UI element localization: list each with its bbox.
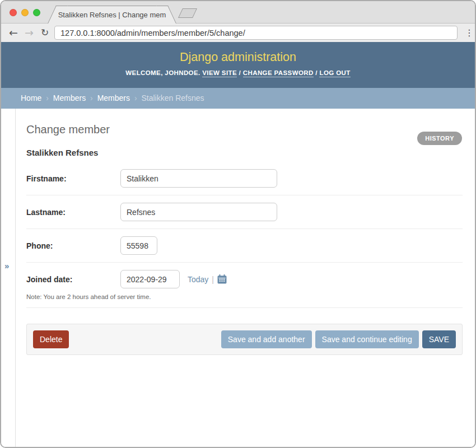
breadcrumb-separator: › (132, 94, 139, 102)
history-button[interactable]: HISTORY (417, 132, 462, 145)
browser-toolbar: ← → ↻ ⋮ (1, 24, 475, 42)
phone-input[interactable] (120, 236, 157, 255)
minimize-window-button[interactable] (21, 9, 29, 16)
breadcrumb-current: Stalikken Refsnes (141, 94, 204, 102)
reload-icon[interactable]: ↻ (38, 24, 52, 42)
breadcrumb-members-model-link[interactable]: Members (97, 94, 130, 102)
change-form: Firstname: Lastname: Phone: (26, 162, 463, 355)
lastname-label: Lastname: (26, 208, 120, 217)
save-continue-button[interactable]: Save and continue editing (315, 330, 419, 348)
delete-button[interactable]: Delete (33, 330, 69, 348)
firstname-input[interactable] (120, 169, 277, 188)
save-add-another-button[interactable]: Save and add another (221, 330, 312, 348)
browser-window: Stalikken Refsnes | Change mem ← → ↻ ⋮ D… (0, 0, 476, 448)
firstname-label: Firstname: (26, 174, 120, 183)
close-window-button[interactable] (10, 9, 17, 16)
sidebar-toggle-icon[interactable]: » (4, 261, 9, 270)
browser-tab[interactable]: Stalikken Refsnes | Change mem (57, 6, 167, 24)
save-button[interactable]: SAVE (422, 330, 456, 348)
breadcrumb: Home › Members › Members › Stalikken Ref… (1, 88, 475, 109)
breadcrumb-home-link[interactable]: Home (21, 94, 41, 102)
breadcrumb-separator: › (44, 94, 51, 102)
view-site-link[interactable]: VIEW SITE (202, 69, 237, 77)
breadcrumb-separator: › (88, 94, 95, 102)
back-icon[interactable]: ← (7, 24, 20, 42)
site-header: Django administration WELCOME, JOHNDOE. … (1, 42, 475, 88)
site-title-link[interactable]: Django administration (180, 42, 296, 64)
username: JOHNDOE (165, 69, 198, 76)
timezone-note: Note: You are 2 hours ahead of server ti… (26, 293, 463, 300)
form-row-lastname: Lastname: (26, 195, 463, 229)
new-tab-button[interactable] (178, 8, 197, 18)
window-controls (10, 9, 40, 16)
log-out-link[interactable]: LOG OUT (319, 69, 350, 77)
page-title: Change member (26, 123, 463, 136)
lastname-input[interactable] (120, 203, 277, 221)
browser-menu-icon[interactable]: ⋮ (463, 24, 476, 42)
address-bar-input[interactable] (54, 26, 458, 40)
today-link[interactable]: Today (188, 275, 208, 284)
shortcut-separator: | (208, 275, 217, 284)
breadcrumb-members-app-link[interactable]: Members (53, 94, 86, 102)
tab-strip: Stalikken Refsnes | Change mem (1, 1, 475, 24)
joined-date-label: Joined date: (26, 275, 120, 284)
submit-row: Delete Save and add another Save and con… (26, 324, 463, 355)
form-row-joined-date: Joined date: Today | (26, 263, 463, 308)
phone-label: Phone: (26, 241, 120, 250)
user-tools: WELCOME, JOHNDOE. VIEW SITE / CHANGE PAS… (1, 69, 475, 76)
tool-separator: / (314, 69, 320, 76)
maximize-window-button[interactable] (33, 9, 40, 16)
content-area: » Change member HISTORY Stalikken Refsne… (1, 109, 475, 447)
object-name-heading: Stalikken Refsnes (26, 148, 463, 157)
calendar-icon[interactable] (217, 274, 227, 284)
tool-separator: / (237, 69, 243, 76)
change-password-link[interactable]: CHANGE PASSWORD (243, 69, 314, 77)
joined-date-input[interactable] (120, 270, 180, 288)
main-panel: Change member HISTORY Stalikken Refsnes … (16, 109, 475, 355)
tab-title: Stalikken Refsnes | Change mem (58, 11, 166, 19)
form-row-phone: Phone: (26, 229, 463, 263)
date-shortcuts: Today | (188, 274, 227, 284)
welcome-text: WELCOME, (125, 69, 165, 76)
forward-icon[interactable]: → (22, 24, 36, 42)
sidebar-strip: » (1, 109, 16, 447)
form-row-firstname: Firstname: (26, 162, 463, 195)
